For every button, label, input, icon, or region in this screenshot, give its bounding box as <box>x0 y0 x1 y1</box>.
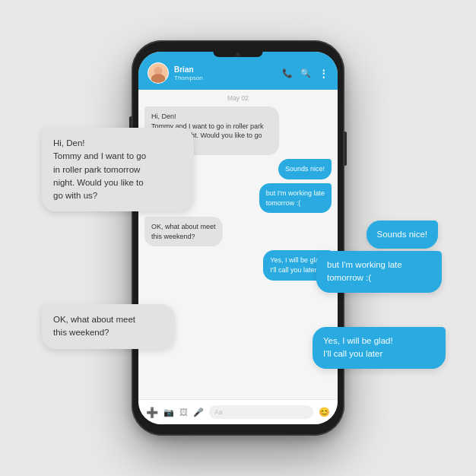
front-camera <box>236 52 240 56</box>
more-icon[interactable]: ⋮ <box>319 68 328 79</box>
mic-icon[interactable]: 🎤 <box>193 408 204 417</box>
floating-bubble-5: Yes, I will be glad!I'll call you later <box>313 327 446 369</box>
floating-bubble-1: Hi, Den! Tommy and I want to go in rolle… <box>42 128 194 211</box>
header-contact-info: Brian Thompson <box>174 65 277 81</box>
phone-device: Brian Thompson 📞 🔍 ⋮ May 02 Hi, Den!Tomm… <box>132 40 344 436</box>
floating-bubble-2: Sounds nice! <box>367 221 439 249</box>
date-separator: May 02 <box>138 90 338 103</box>
message-2: Sounds nice! <box>278 159 332 179</box>
avatar <box>148 62 169 84</box>
chat-toolbar: ➕ 📷 🖼 🎤 Aa 😊 <box>138 399 338 424</box>
image-icon[interactable]: 🖼 <box>179 408 188 417</box>
chat-header: Brian Thompson 📞 🔍 ⋮ <box>138 52 338 90</box>
call-icon[interactable]: 📞 <box>282 68 293 78</box>
add-icon[interactable]: ➕ <box>146 407 158 418</box>
search-icon[interactable]: 🔍 <box>300 68 311 78</box>
message-4: OK, what about meetthis weekend? <box>144 217 223 246</box>
floating-bubble-4: OK, what about meetthis weekend? <box>42 304 175 349</box>
header-actions: 📞 🔍 ⋮ <box>282 68 328 79</box>
emoji-icon[interactable]: 😊 <box>319 407 330 417</box>
contact-name: Brian <box>174 65 277 75</box>
input-placeholder: Aa <box>214 408 222 416</box>
camera-icon[interactable]: 📷 <box>163 408 174 417</box>
message-3: but I'm working latetomorrow :( <box>259 183 332 213</box>
floating-bubble-3: but I'm working latetomorrow :( <box>316 251 442 293</box>
phone-screen: Brian Thompson 📞 🔍 ⋮ May 02 Hi, Den!Tomm… <box>138 52 338 424</box>
contact-sub: Thompson <box>174 75 277 81</box>
text-input-bar[interactable]: Aa <box>209 405 313 419</box>
